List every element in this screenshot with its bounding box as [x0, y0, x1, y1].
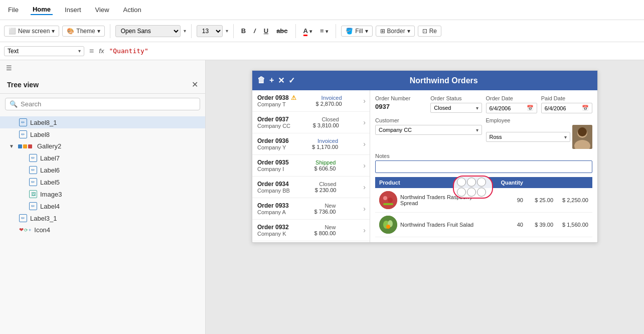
align-button[interactable]: ≡ ▾ [317, 26, 331, 36]
menu-file[interactable]: File [6, 5, 21, 15]
separator [336, 24, 336, 38]
order-item[interactable]: Order 0935 Company I Shipped $ 606.50 › [252, 155, 370, 177]
font-color-icon: A [303, 27, 308, 36]
calendar-icon: 📅 [527, 105, 534, 111]
bold-button[interactable]: B [239, 26, 248, 36]
order-number: Order 0934 [257, 181, 290, 188]
chevron-down-icon: ▾ [476, 127, 478, 133]
gallery-icon [18, 144, 32, 148]
order-item[interactable]: Order 0937 Company CC Closed $ 3,810.00 … [252, 112, 370, 133]
order-right: Invoiced $ 1,170.00 [312, 138, 338, 150]
sidebar-item-label4[interactable]: ✏ Label4 [0, 200, 205, 212]
sidebar-item-gallery2[interactable]: ▼ Gallery2 [0, 140, 205, 152]
underline-button[interactable]: U [261, 26, 271, 36]
theme-icon: 🎨 [67, 28, 74, 35]
order-item[interactable]: Order 0933 Company A New $ 736.00 › [252, 198, 370, 220]
separator [110, 24, 110, 38]
employee-select[interactable]: Ross ▾ [486, 132, 571, 142]
order-company: Company I [257, 166, 289, 172]
menu-bar: File Home Insert View Action [0, 0, 644, 20]
menu-action[interactable]: Action [121, 5, 143, 15]
add-icon[interactable]: + [269, 76, 274, 85]
close-button[interactable]: ✕ [192, 80, 198, 89]
font-family-select[interactable]: Open Sans [115, 25, 181, 37]
order-item[interactable]: Order 0938 ⚠ Company T Invoiced $ 2,870.… [252, 90, 370, 112]
order-number: Order 0936 [257, 137, 289, 144]
chevron-down-icon: ▾ [476, 105, 478, 111]
border-button[interactable]: ⊞ Border ▾ [376, 26, 415, 37]
order-status-label: Order Status [430, 95, 481, 101]
employee-field: Employee Ross ▾ [486, 117, 593, 149]
product-thumbnail [379, 216, 397, 234]
order-number: Order 0937 [257, 116, 290, 123]
check-icon[interactable]: ✓ [288, 76, 295, 85]
order-left: Order 0936 Company Y [257, 137, 289, 150]
re-button[interactable]: ⊡ Re [418, 26, 441, 37]
menu-view[interactable]: View [93, 5, 111, 15]
menu-home[interactable]: Home [31, 5, 53, 15]
sidebar-item-image3[interactable]: 🖼 Image3 [0, 188, 205, 200]
fill-button[interactable]: 🪣 Fill ▾ [341, 26, 372, 37]
quantity-selection-overlay [453, 176, 493, 199]
svg-point-11 [386, 225, 390, 229]
label-icon: ✏ [19, 130, 27, 138]
theme-button[interactable]: 🎨 Theme ▾ [62, 26, 104, 37]
app-header: 🗑 + ✕ ✓ Northwind Orders [252, 71, 597, 90]
fill-icon: 🪣 [346, 28, 353, 35]
re-icon: ⊡ [422, 28, 427, 35]
formula-selector[interactable]: Text ▾ [4, 46, 84, 56]
trash-icon[interactable]: 🗑 [257, 76, 265, 85]
calendar-icon: 📅 [582, 105, 589, 111]
product-name: Northwind Traders Fruit Salad [400, 222, 488, 228]
order-number-field: Order Number 0937 [375, 95, 426, 113]
order-item[interactable]: Order 0936 Company Y Invoiced $ 1,170.00… [252, 133, 370, 155]
sidebar-item-label7[interactable]: ✏ Label7 [0, 152, 205, 164]
qty-dot-5 [467, 188, 476, 197]
notes-input[interactable] [375, 160, 592, 173]
sidebar-item-label8-1[interactable]: ✏ Label8_1 [0, 116, 205, 128]
font-size-select[interactable]: 13 [197, 25, 223, 37]
paid-date-input[interactable]: 6/4/2006 📅 [541, 103, 592, 113]
font-color-button[interactable]: A ▾ [301, 26, 315, 36]
sidebar-item-label6[interactable]: ✏ Label6 [0, 164, 205, 176]
formula-bar: Text ▾ = fx "Quantity" [0, 42, 644, 60]
order-amount: $ 1,170.00 [312, 144, 338, 150]
new-screen-button[interactable]: ⬜ New screen ▾ [4, 26, 59, 37]
order-status-select[interactable]: Closed ▾ [430, 103, 481, 113]
sidebar-item-icon4[interactable]: ❤ ⟳ + Icon4 [0, 224, 205, 236]
order-date-label: Order Date [486, 95, 537, 101]
order-date-field: Order Date 6/4/2006 📅 [486, 95, 537, 113]
formula-value: "Quantity" [109, 47, 148, 55]
warning-icon: ⚠ [291, 94, 296, 101]
sidebar-item-label8[interactable]: ✏ Label8 [0, 128, 205, 140]
app-body: Order 0938 ⚠ Company T Invoiced $ 2,870.… [252, 90, 597, 242]
order-company: Company Y [257, 144, 289, 150]
chevron-down-icon: ▾ [564, 134, 567, 140]
svg-point-3 [578, 127, 587, 136]
detail-row-1: Order Number 0937 Order Status Closed ▾ … [375, 95, 592, 113]
strikethrough-button[interactable]: abc [274, 26, 290, 36]
sidebar-item-label3-1[interactable]: ✏ Label3_1 [0, 212, 205, 224]
sidebar-item-label5[interactable]: ✏ Label5 [0, 176, 205, 188]
order-status: Closed [319, 181, 336, 187]
qty-dot-4 [457, 188, 466, 197]
customer-select[interactable]: Company CC ▾ [375, 125, 482, 135]
order-company: Company T [257, 101, 296, 107]
chevron-down-icon: ▾ [184, 28, 186, 34]
order-date-input[interactable]: 6/4/2006 📅 [486, 103, 537, 113]
order-left: Order 0933 Company A [257, 202, 289, 215]
order-item[interactable]: Order 0934 Company BB Closed $ 230.00 › [252, 177, 370, 198]
image-icon: 🖼 [29, 190, 37, 198]
close-icon[interactable]: ✕ [278, 76, 284, 85]
search-input[interactable] [21, 100, 196, 108]
menu-insert[interactable]: Insert [63, 5, 83, 15]
order-company: Company BB [257, 188, 290, 194]
order-amount: $ 230.00 [315, 187, 337, 193]
sidebar-toggle[interactable]: ☰ [0, 60, 205, 76]
italic-button[interactable]: / [251, 26, 258, 36]
order-item[interactable]: Order 0932 Company K New $ 800.00 › [252, 220, 370, 241]
order-right: Closed $ 3,810.00 [313, 116, 339, 128]
product-thumbnail [379, 191, 397, 209]
chevron-right-icon: › [363, 183, 366, 191]
label-icon: ✏ [29, 178, 37, 186]
